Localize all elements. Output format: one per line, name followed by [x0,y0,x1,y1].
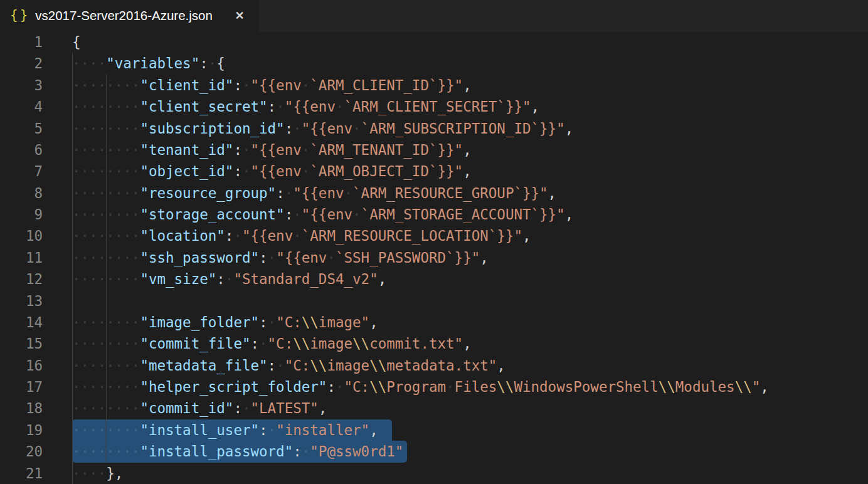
code-line[interactable]: ········"install_password":·"P@ssw0rd1" [72,441,868,462]
code-token: : [259,250,268,266]
code-token: " [752,379,761,395]
whitespace-dots: · [293,228,302,244]
code-token: `ARM_SUBSCRIPTION_ID`}}" [361,120,565,137]
code-token: `ARM_RESOURCE_LOCATION`}}" [302,228,522,244]
code-line[interactable]: ········"helper_script_folder":·"C:\\Pro… [72,376,868,397]
line-number[interactable]: 7 [0,160,43,182]
whitespace-dots: · [268,314,277,330]
code-line[interactable]: ········"resource_group":·"{{env·`ARM_RE… [72,182,868,204]
whitespace-dots: · [276,357,285,374]
code-token: , [369,422,378,438]
whitespace-dots: · [302,163,310,179]
line-number[interactable]: 14 [0,312,43,333]
code-token: , [463,163,472,179]
line-number[interactable]: 11 [0,247,43,268]
code-token: `ARM_TENANT_ID`}}" [310,142,463,158]
line-number[interactable]: 12 [0,268,43,290]
code-token: \\ [369,357,386,374]
line-number[interactable]: 8 [0,182,43,204]
line-number[interactable]: 9 [0,204,43,225]
line-number[interactable]: 15 [0,333,43,354]
code-line[interactable]: ········"image_folder":·"C:\\image", [72,312,868,333]
code-token: { [72,34,81,50]
code-token: Files [455,379,497,395]
line-number[interactable]: 10 [0,225,43,246]
code-line[interactable]: ········"location":·"{{env·`ARM_RESOURCE… [72,225,868,246]
code-token: "variables" [106,55,199,71]
line-number[interactable]: 1 [0,31,43,53]
code-token: , [319,400,327,416]
line-number[interactable]: 17 [0,376,43,397]
code-line[interactable]: ········"metadata_file":·"C:\\image\\met… [72,355,868,376]
code-token: "helper_script_folder" [140,379,327,395]
line-number[interactable]: 16 [0,355,43,376]
line-number[interactable]: 6 [0,139,43,160]
code-token: "tenant_id" [140,142,233,158]
code-token: "LATEST" [250,400,318,416]
code-line[interactable]: ····"variables":·{ [72,53,868,74]
whitespace-dots: · [352,206,361,223]
code-token: "C: [268,335,294,352]
line-number-gutter[interactable]: 123456789101112131415161718192021 [0,31,72,484]
code-line[interactable]: ········"subscription_id":·"{{env·`ARM_S… [72,118,868,139]
line-number[interactable]: 4 [0,96,43,117]
line-number[interactable]: 3 [0,75,43,96]
code-line[interactable]: { [72,31,868,53]
code-token: \\ [293,335,310,352]
code-line[interactable]: ········"tenant_id":·"{{env·`ARM_TENANT_… [72,139,868,160]
code-token: image [310,335,352,352]
line-number[interactable]: 2 [0,53,43,74]
code-line[interactable]: ········"storage_account":·"{{env·`ARM_S… [72,204,868,225]
whitespace-dots: · [259,335,268,352]
code-token: Modules [675,379,735,395]
indent-guide [106,75,107,463]
code-line[interactable] [72,290,868,312]
code-token: "C: [344,379,369,395]
code-token: "{{env [250,142,301,158]
code-token: , [497,357,505,374]
code-token: "subscription_id" [140,120,284,137]
code-token: : [293,443,302,460]
indent-guide [72,53,73,484]
code-token: , [760,379,769,395]
code-line[interactable]: ········"vm_size":·"Standard_DS4_v2", [72,268,868,290]
line-number[interactable]: 5 [0,118,43,139]
code-token: , [463,77,472,93]
code-line[interactable]: ········"ssh_password":·"{{env·`SSH_PASS… [72,247,868,268]
whitespace-dots: · [268,250,277,266]
code-token: "commit_id" [140,400,233,416]
whitespace-dots: · [336,379,344,395]
code-line[interactable]: ········"client_secret":·"{{env·`ARM_CLI… [72,96,868,117]
whitespace-dots: · [302,443,310,460]
line-number[interactable]: 13 [0,290,43,312]
code-token: `ARM_CLIENT_SECRET`}}" [344,98,531,115]
code-token: : [233,400,242,416]
line-number[interactable]: 18 [0,397,43,419]
code-line[interactable]: ····}, [72,463,868,484]
code-area[interactable]: {····"variables":·{········"client_id":·… [72,31,868,484]
code-token: }, [106,465,123,481]
whitespace-dots: · [208,55,217,71]
code-line[interactable]: ········"install_user":·"installer", [72,419,868,441]
code-token: "client_id" [140,77,233,93]
tab-active-file[interactable]: {} vs2017-Server2016-Azure.json ✕ [0,0,259,31]
tab-close-icon[interactable]: ✕ [230,6,249,25]
code-token: , [565,206,574,223]
code-token: : [233,142,242,158]
code-token: : [327,379,336,395]
code-line[interactable]: ········"client_id":·"{{env·`ARM_CLIENT_… [72,75,868,96]
whitespace-dots: · [336,98,344,115]
code-line[interactable]: ········"object_id":·"{{env·`ARM_OBJECT_… [72,160,868,182]
code-token: \\ [497,379,514,395]
code-token: \\ [302,314,319,330]
code-token: `ARM_STORAGE_ACCOUNT`}}" [361,206,565,223]
code-line[interactable]: ········"commit_file":·"C:\\image\\commi… [72,333,868,354]
line-number[interactable]: 20 [0,441,43,462]
editor[interactable]: 123456789101112131415161718192021 {····"… [0,31,868,484]
line-number[interactable]: 21 [0,463,43,484]
whitespace-dots: · [285,185,294,201]
code-token: : [250,335,259,352]
line-number[interactable]: 19 [0,419,43,441]
code-token: `SSH_PASSWORD`}}" [336,250,480,266]
code-line[interactable]: ········"commit_id":·"LATEST", [72,397,868,419]
